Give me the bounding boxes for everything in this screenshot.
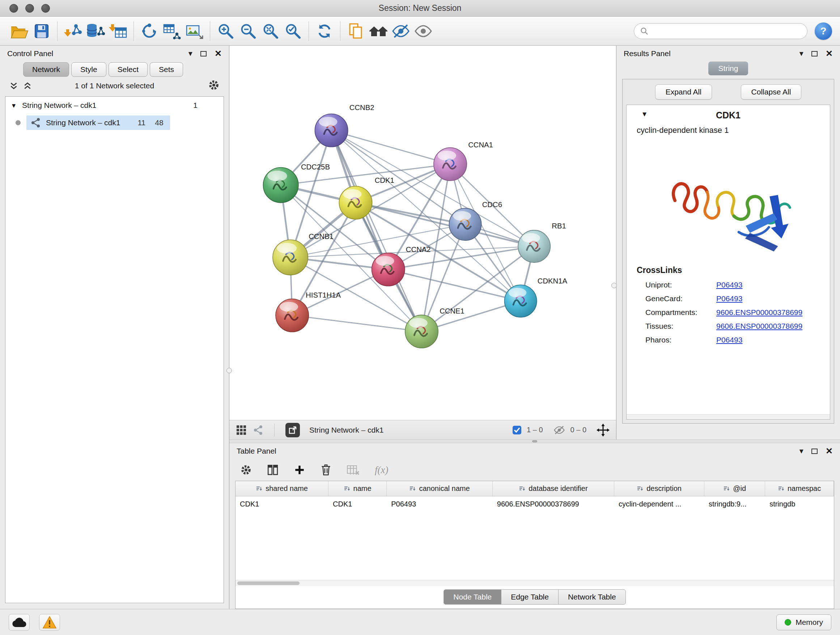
network-node-hist1h1a[interactable] xyxy=(276,299,309,332)
crosslink-link[interactable]: P06493 xyxy=(716,295,742,303)
gear-icon[interactable] xyxy=(208,79,219,91)
network-node-rb1[interactable] xyxy=(518,230,550,263)
column-header[interactable]: @id xyxy=(704,481,765,496)
network-node-cdkn1a[interactable] xyxy=(505,285,537,317)
show-panels-button[interactable] xyxy=(412,20,434,42)
panel-menu-icon[interactable]: ▾ xyxy=(799,447,804,455)
tab-network[interactable]: Network xyxy=(23,62,69,77)
panel-resize-handle[interactable] xyxy=(611,283,617,288)
network-edge[interactable] xyxy=(332,130,422,332)
network-node-ccne1[interactable] xyxy=(405,315,438,348)
zoom-window-button[interactable] xyxy=(41,4,50,13)
column-header[interactable]: namespac xyxy=(765,481,834,496)
export-image-button[interactable] xyxy=(183,20,205,42)
table-cell[interactable]: CDK1 xyxy=(328,500,387,508)
crosslink-link[interactable]: 9606.ENSP00000378699 xyxy=(716,308,802,317)
minimize-window-button[interactable] xyxy=(25,4,34,13)
import-table-button[interactable] xyxy=(107,20,129,42)
network-from-table-button[interactable] xyxy=(161,20,183,42)
search-box[interactable] xyxy=(634,23,807,39)
grid-view-icon[interactable] xyxy=(236,424,247,435)
search-input[interactable] xyxy=(652,27,801,35)
save-session-button[interactable] xyxy=(30,20,53,42)
copy-button[interactable] xyxy=(345,20,367,42)
tab-edge-table[interactable]: Edge Table xyxy=(501,589,559,605)
tab-string[interactable]: String xyxy=(708,62,748,75)
table-settings-gear-icon[interactable] xyxy=(240,464,252,476)
panel-resize-handle[interactable] xyxy=(226,368,232,373)
add-column-plus-icon[interactable] xyxy=(294,464,305,476)
home-button[interactable] xyxy=(367,20,390,42)
table-cell[interactable]: stringdb xyxy=(765,500,834,508)
network-canvas[interactable]: CCNB2CCNA1CDC25BCDK1CDC6RB1CCNB1CCNA2CDK… xyxy=(229,46,616,420)
select-columns-icon[interactable] xyxy=(267,464,279,475)
scrollbar-thumb[interactable] xyxy=(237,581,300,585)
collapse-caret-icon[interactable]: ▾ xyxy=(643,109,646,119)
close-window-button[interactable] xyxy=(9,4,18,13)
network-node-cdc6[interactable] xyxy=(449,208,481,241)
new-network-button[interactable] xyxy=(138,20,161,42)
selected-checkbox-icon[interactable] xyxy=(512,425,522,435)
expand-all-button[interactable]: Expand All xyxy=(655,84,712,100)
network-edge[interactable] xyxy=(292,315,422,332)
network-collection-row[interactable]: ▾ String Network – cdk1 1 xyxy=(5,97,224,114)
table-horizontal-scrollbar[interactable] xyxy=(235,580,834,586)
cloud-status-button[interactable] xyxy=(9,614,30,631)
open-session-button[interactable] xyxy=(8,20,30,42)
column-header[interactable]: name xyxy=(328,481,387,496)
float-panel-icon[interactable] xyxy=(201,51,207,57)
detach-view-button[interactable] xyxy=(286,423,300,437)
close-panel-icon[interactable]: ✕ xyxy=(826,446,833,456)
column-header[interactable]: database identifier xyxy=(493,481,614,496)
tab-network-table[interactable]: Network Table xyxy=(558,589,626,605)
hidden-eye-icon[interactable] xyxy=(553,425,565,435)
help-button[interactable]: ? xyxy=(815,22,832,40)
network-edge[interactable] xyxy=(332,130,450,164)
network-node-ccnb2[interactable] xyxy=(315,114,347,147)
column-header[interactable]: canonical name xyxy=(387,481,493,496)
network-node-cdc25b[interactable] xyxy=(264,168,298,203)
hide-panels-button[interactable] xyxy=(390,20,412,42)
warnings-button[interactable] xyxy=(39,614,60,631)
import-network-from-database-button[interactable] xyxy=(84,20,107,42)
close-panel-icon[interactable]: ✕ xyxy=(215,49,222,59)
column-header[interactable]: shared name xyxy=(235,481,328,496)
zoom-selected-button[interactable] xyxy=(282,20,304,42)
panel-menu-icon[interactable]: ▾ xyxy=(799,50,804,57)
collapse-all-icon[interactable] xyxy=(9,81,18,90)
selected-network[interactable]: String Network – cdk1 11 48 xyxy=(27,116,170,130)
network-node-ccnb1[interactable] xyxy=(273,240,308,275)
tab-sets[interactable]: Sets xyxy=(150,62,183,77)
table-data-row[interactable]: CDK1CDK1P064939606.ENSP00000378699cyclin… xyxy=(235,496,834,511)
delete-column-trash-icon[interactable] xyxy=(321,464,332,476)
memory-button[interactable]: Memory xyxy=(776,614,831,630)
network-node-ccna1[interactable] xyxy=(434,148,467,181)
tab-style[interactable]: Style xyxy=(71,62,106,77)
network-node-cdk1[interactable] xyxy=(339,186,372,219)
close-panel-icon[interactable]: ✕ xyxy=(826,49,833,59)
crosslink-link[interactable]: P06493 xyxy=(716,336,742,344)
zoom-in-button[interactable] xyxy=(215,20,237,42)
table-cell[interactable]: cyclin-dependent ... xyxy=(614,500,704,508)
table-cell[interactable]: P06493 xyxy=(387,500,493,508)
crosslink-link[interactable]: P06493 xyxy=(716,280,742,289)
tab-node-table[interactable]: Node Table xyxy=(444,589,501,605)
network-node-ccna2[interactable] xyxy=(372,253,405,286)
table-cell[interactable]: CDK1 xyxy=(235,500,328,508)
float-panel-icon[interactable] xyxy=(812,448,818,454)
tab-select[interactable]: Select xyxy=(109,62,148,77)
tree-caret-icon[interactable]: ▾ xyxy=(12,101,16,110)
panel-menu-icon[interactable]: ▾ xyxy=(188,50,193,57)
crosslink-link[interactable]: 9606.ENSP00000378699 xyxy=(716,322,802,331)
expand-all-icon[interactable] xyxy=(23,81,32,90)
card-horizontal-scrollbar[interactable] xyxy=(627,414,830,419)
zoom-out-button[interactable] xyxy=(237,20,259,42)
collapse-all-button[interactable]: Collapse All xyxy=(741,84,802,100)
gene-card-header[interactable]: ▾ CDK1 xyxy=(627,105,830,124)
splitter-handle-icon[interactable] xyxy=(532,440,537,442)
horizontal-splitter[interactable] xyxy=(229,440,840,443)
table-cell[interactable]: stringdb:9... xyxy=(704,500,765,508)
import-network-from-file-button[interactable] xyxy=(62,20,84,42)
table-cell[interactable]: 9606.ENSP00000378699 xyxy=(493,500,614,508)
column-header[interactable]: description xyxy=(614,481,704,496)
